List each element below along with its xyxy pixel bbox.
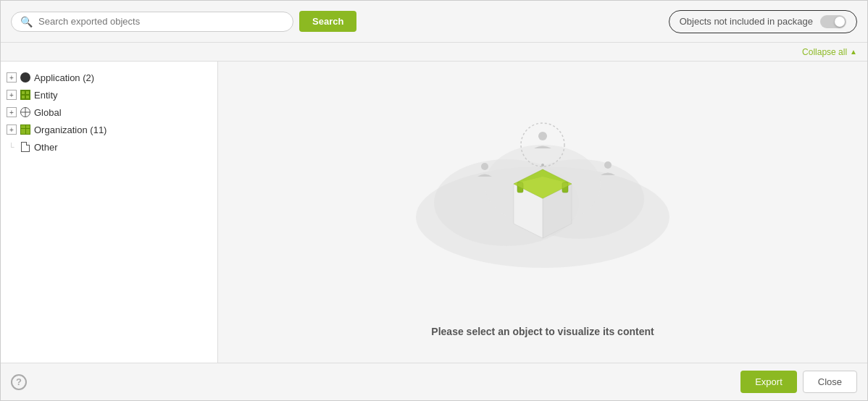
other-icon	[20, 141, 31, 153]
collapse-all-label: Collapse all	[802, 47, 847, 57]
header-bar: 🔍 Search Objects not included in package	[1, 1, 867, 43]
box-container	[499, 162, 586, 244]
search-area: 🔍 Search	[11, 11, 356, 32]
toggle-label: Objects not included in package	[680, 16, 813, 27]
application-label: Application (2)	[34, 72, 94, 83]
expand-entity[interactable]: +	[7, 90, 17, 100]
chevron-up-icon: ▲	[850, 48, 857, 56]
tree-connector-other: └	[7, 143, 17, 151]
content-panel: Please select an object to visualize its…	[218, 62, 867, 363]
global-label: Global	[34, 107, 62, 118]
entity-label: Entity	[34, 90, 58, 101]
tree-item-organization[interactable]: + Organization (11)	[5, 121, 213, 138]
expand-application[interactable]: +	[7, 72, 17, 83]
footer: ? Export Close	[1, 363, 867, 400]
illustration	[398, 87, 688, 304]
entity-icon	[20, 89, 31, 101]
expand-organization[interactable]: +	[7, 124, 17, 135]
toggle-area: Objects not included in package	[669, 10, 857, 33]
box-svg	[499, 162, 586, 242]
svg-point-5	[538, 132, 547, 140]
main-dialog: 🔍 Search Objects not included in package…	[0, 0, 868, 401]
organization-icon	[20, 124, 31, 135]
objects-not-included-toggle[interactable]	[820, 15, 846, 28]
collapse-all-button[interactable]: Collapse all ▲	[802, 47, 857, 57]
search-icon: 🔍	[20, 16, 33, 28]
help-button[interactable]: ?	[11, 374, 27, 390]
tree-item-global[interactable]: + Global	[5, 104, 213, 121]
close-button[interactable]: Close	[803, 371, 857, 393]
search-input[interactable]	[38, 16, 284, 27]
other-label: Other	[34, 142, 58, 153]
organization-label: Organization (11)	[34, 124, 107, 135]
main-content: + Application (2) + Entity	[1, 62, 867, 363]
svg-point-7	[604, 161, 612, 169]
global-icon	[20, 106, 31, 118]
tree-item-other[interactable]: └ Other	[5, 138, 213, 156]
collapse-bar: Collapse all ▲	[1, 43, 867, 62]
svg-point-6	[481, 163, 488, 170]
empty-message: Please select an object to visualize its…	[431, 326, 654, 337]
footer-buttons: Export Close	[740, 371, 857, 393]
search-button[interactable]: Search	[299, 11, 356, 32]
export-button[interactable]: Export	[740, 371, 797, 393]
tree-item-application[interactable]: + Application (2)	[5, 69, 213, 86]
tree-item-entity[interactable]: + Entity	[5, 86, 213, 104]
tree-panel: + Application (2) + Entity	[1, 62, 218, 363]
application-icon	[20, 72, 31, 83]
expand-global[interactable]: +	[7, 107, 17, 117]
search-box: 🔍	[11, 12, 293, 32]
